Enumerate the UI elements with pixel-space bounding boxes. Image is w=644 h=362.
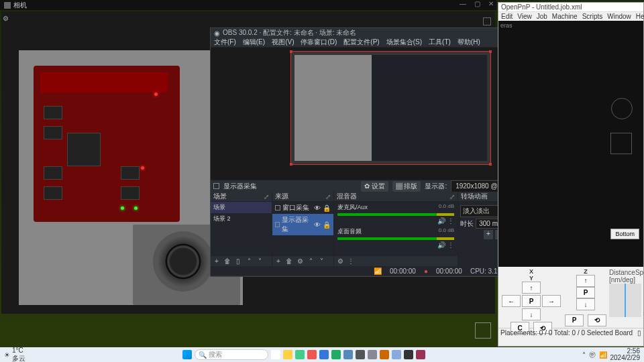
add-scene-button[interactable]: + <box>213 257 221 265</box>
lock-icon[interactable]: 🔒 <box>323 204 331 212</box>
pnp-menu-job[interactable]: Job <box>537 13 547 20</box>
scene-item[interactable]: 场景 <box>211 202 272 213</box>
close-button[interactable]: ✕ <box>488 0 494 7</box>
minimize-button[interactable]: — <box>460 0 466 7</box>
pnp-menu-view[interactable]: View <box>517 13 532 20</box>
lock-icon[interactable]: 🔒 <box>323 221 331 229</box>
mixer-advanced-button[interactable]: ⚙ <box>336 257 344 265</box>
camera-export-icon[interactable] <box>483 17 491 25</box>
menu-file[interactable]: 文件(F) <box>214 38 236 47</box>
mixer-menu-icon[interactable]: ⋮ <box>447 241 454 249</box>
jog-park[interactable]: P <box>522 295 541 307</box>
search-placeholder: 搜索 <box>209 350 222 359</box>
pnp-menu-scripts[interactable]: Scripts <box>582 13 603 20</box>
mixer-menu-icon[interactable]: ⋮ <box>447 217 454 225</box>
dock-icon[interactable]: ⤢ <box>449 193 455 200</box>
taskbar-search[interactable]: 🔍搜索 <box>195 349 268 360</box>
remove-scene-button[interactable]: 🗑 <box>223 257 231 265</box>
scene-item[interactable]: 场景 2 <box>211 213 272 225</box>
jog-x-minus[interactable]: ← <box>502 295 521 307</box>
task-view-button[interactable] <box>271 350 280 359</box>
mute-icon[interactable]: 🔊 <box>437 217 445 225</box>
add-transition-button[interactable]: + <box>484 230 493 239</box>
distance-slider[interactable] <box>609 284 641 317</box>
taskbar[interactable]: ☀ 1°C 多云 🔍搜索 ˄ ㊥ 📶 <box>0 347 644 362</box>
menu-tools[interactable]: 工具(T) <box>429 38 451 47</box>
jog-y-plus[interactable]: ↑ <box>522 282 541 294</box>
app-icon[interactable] <box>295 350 305 359</box>
camera-mode-icon[interactable] <box>475 322 491 339</box>
camera-settings-icon[interactable]: ⚙ <box>3 15 12 24</box>
dock-icon[interactable]: ⤢ <box>325 193 331 200</box>
pnp-menu-machine[interactable]: Machine <box>552 13 578 20</box>
pnp-menu-edit[interactable]: Edit <box>501 13 513 20</box>
pnp-titlebar[interactable]: OpenPnP - Untitled.job.xml <box>498 3 643 12</box>
pnp-menu-window[interactable]: Window <box>607 13 631 20</box>
menu-dock[interactable]: 停靠窗口(D) <box>301 38 337 47</box>
source-grid-button[interactable]: ▦ 排版 <box>392 181 421 192</box>
obs-logo-icon: ◉ <box>214 29 220 37</box>
scene-down-button[interactable]: ˅ <box>256 257 264 265</box>
pnp-menu-help[interactable]: Help <box>636 13 644 20</box>
app-icon[interactable] <box>343 350 353 359</box>
mute-icon[interactable]: 🔊 <box>437 241 445 249</box>
bottom-camera-button[interactable]: Bottom <box>610 229 639 239</box>
taskbar-weather[interactable]: ☀ 1°C 多云 <box>4 347 25 363</box>
maximize-button[interactable]: ▢ <box>474 0 480 7</box>
resize-handle[interactable] <box>489 50 492 53</box>
source-visibility-checkbox[interactable] <box>213 183 219 189</box>
app-icon[interactable] <box>356 350 365 359</box>
tray-chevron-icon[interactable]: ˄ <box>582 351 586 359</box>
source-down-button[interactable]: ˅ <box>317 257 325 265</box>
source-up-button[interactable]: ˄ <box>307 257 315 265</box>
dock-icon[interactable]: ⤢ <box>264 193 269 200</box>
app-icon[interactable] <box>392 350 401 359</box>
scene-up-button[interactable]: ˄ <box>245 257 253 265</box>
source-item[interactable]: 显示器采集👁🔒 <box>272 214 333 235</box>
app-icon[interactable] <box>319 350 329 359</box>
scene-filter-button[interactable]: ▯ <box>234 257 242 265</box>
mixer-title: 混音器 <box>337 192 357 201</box>
add-source-button[interactable]: + <box>274 257 282 265</box>
menu-edit[interactable]: 编辑(E) <box>243 38 265 47</box>
app-icon[interactable] <box>404 350 413 359</box>
app-icon[interactable] <box>380 350 389 359</box>
resize-handle[interactable] <box>290 50 292 53</box>
jog-z-home[interactable]: P <box>565 314 584 326</box>
visibility-icon[interactable]: 👁 <box>314 204 321 212</box>
jog-refresh[interactable]: ⟲ <box>588 314 606 326</box>
pnp-camera-view[interactable]: eras Bottom <box>498 21 643 267</box>
chip <box>44 166 62 180</box>
menu-help[interactable]: 帮助(H) <box>458 38 480 47</box>
tray-wifi-icon[interactable]: 📶 <box>599 351 607 359</box>
jog-x-plus[interactable]: → <box>542 295 561 307</box>
source-settings-button[interactable]: ✿ 设置 <box>361 181 388 192</box>
system-tray[interactable]: ˄ ㊥ 📶 2:56 2024/2/29 <box>582 348 641 361</box>
app-icon[interactable] <box>307 350 317 359</box>
jog-y-minus[interactable]: ↓ <box>522 308 541 320</box>
camera-titlebar[interactable]: 相机 — ▢ ✕ <box>0 0 496 10</box>
tray-ime-icon[interactable]: ㊥ <box>589 350 596 359</box>
app-icon[interactable] <box>331 350 341 359</box>
distance-unit: [nm/deg] <box>609 276 635 284</box>
explorer-icon[interactable] <box>283 350 292 359</box>
app-icon[interactable] <box>416 350 425 359</box>
scene-bounds[interactable] <box>290 51 491 165</box>
menu-profile[interactable]: 配置文件(P) <box>343 38 379 47</box>
menu-scene-collection[interactable]: 场景集合(S) <box>386 38 422 47</box>
source-item[interactable]: 窗口采集👁🔒 <box>272 202 333 214</box>
visibility-icon[interactable]: 👁 <box>314 221 321 229</box>
mixer-menu-button[interactable]: ⋮ <box>347 257 355 265</box>
menu-view[interactable]: 视图(V) <box>272 38 294 47</box>
start-button[interactable] <box>182 350 192 359</box>
remove-source-button[interactable]: 🗑 <box>285 257 293 265</box>
jog-z-minus[interactable]: ↓ <box>576 298 595 310</box>
resize-handle[interactable] <box>489 163 492 166</box>
jog-z-park[interactable]: P <box>576 287 595 299</box>
resize-handle[interactable] <box>290 163 292 166</box>
app-icon[interactable] <box>368 350 377 359</box>
led-red <box>141 166 144 170</box>
source-properties-button[interactable]: ⚙ <box>296 257 304 265</box>
jog-z-plus[interactable]: ↑ <box>576 275 595 287</box>
taskbar-clock[interactable]: 2:56 2024/2/29 <box>610 348 641 361</box>
